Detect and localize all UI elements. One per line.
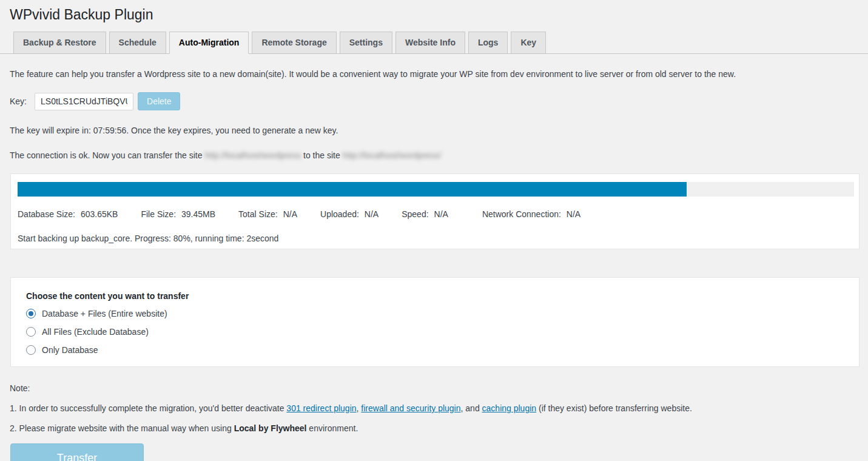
stat-network-connection: Network Connection:N/A <box>482 209 580 220</box>
connection-status-text: The connection is ok. Now you can transf… <box>10 150 860 161</box>
key-expire-text: The key will expire in: 07:59:56. Once t… <box>10 125 860 136</box>
feature-description: The feature can help you transfer a Word… <box>10 69 860 80</box>
key-input[interactable] <box>35 93 133 110</box>
delete-key-button[interactable]: Delete <box>138 92 180 110</box>
link-301-redirect-plugin[interactable]: 301 redirect plugin <box>286 403 356 413</box>
option-label: Database + Files (Entire website) <box>42 309 167 318</box>
key-label: Key: <box>10 96 27 106</box>
note-item-2: 2. Please migrate website with the manua… <box>10 423 860 434</box>
auto-migration-page: WPvivid Backup Plugin Backup & RestoreSc… <box>0 0 868 461</box>
transfer-content-panel: Choose the content you want to transfer … <box>10 277 860 367</box>
connection-text-mid: to the site <box>301 150 342 160</box>
option-label: Only Database <box>42 345 98 355</box>
radio-database-plus-files[interactable] <box>26 309 36 318</box>
progress-panel: Database Size:603.65KB File Size:39.45MB… <box>10 173 860 249</box>
tab-backup-restore[interactable]: Backup & Restore <box>13 32 106 53</box>
key-row: Key: Delete <box>10 92 860 110</box>
tab-website-info[interactable]: Website Info <box>395 32 465 53</box>
tab-auto-migration[interactable]: Auto-Migration <box>169 32 249 54</box>
progress-fill <box>18 182 687 197</box>
link-caching-plugin[interactable]: caching plugin <box>482 403 537 413</box>
option-database-plus-files[interactable]: Database + Files (Entire website) <box>26 308 859 319</box>
tab-logs[interactable]: Logs <box>468 32 508 53</box>
option-only-database[interactable]: Only Database <box>26 345 859 355</box>
tab-remote-storage[interactable]: Remote Storage <box>252 32 336 53</box>
progress-bar-track <box>18 182 854 197</box>
stat-total-size: Total Size:N/A <box>238 209 297 220</box>
tab-settings[interactable]: Settings <box>340 32 392 53</box>
transfer-button[interactable]: Transfer <box>10 443 144 461</box>
local-by-flywheel-label: Local by Flywheel <box>234 423 307 433</box>
radio-all-files[interactable] <box>26 327 36 337</box>
page-title: WPvivid Backup Plugin <box>10 5 860 24</box>
stat-database-size: Database Size:603.65KB <box>18 209 118 220</box>
note-item-1: 1. In order to successfully complete the… <box>10 403 860 414</box>
link-firewall-security-plugin[interactable]: firewall and security plugin <box>361 403 460 413</box>
stat-file-size: File Size:39.45MB <box>141 209 215 220</box>
transfer-content-heading: Choose the content you want to transfer <box>26 291 859 301</box>
tab-bar: Backup & RestoreScheduleAuto-MigrationRe… <box>0 32 868 54</box>
stat-speed: Speed:N/A <box>402 209 448 220</box>
note-title: Note: <box>10 383 860 394</box>
tab-schedule[interactable]: Schedule <box>109 32 166 53</box>
source-site-url-blurred: http://localhost/wordpress <box>204 150 301 160</box>
transfer-stats-row: Database Size:603.65KB File Size:39.45MB… <box>18 209 853 220</box>
option-all-files[interactable]: All Files (Exclude Database) <box>26 326 859 337</box>
connection-text-pre: The connection is ok. Now you can transf… <box>10 150 204 160</box>
stat-uploaded: Uploaded:N/A <box>320 209 378 220</box>
option-label: All Files (Exclude Database) <box>42 327 149 337</box>
radio-only-database[interactable] <box>26 345 36 355</box>
destination-site-url-blurred: http://localhost/wordpress/ <box>343 150 442 160</box>
backup-status-text: Start backing up backup_core. Progress: … <box>18 233 853 244</box>
tab-key[interactable]: Key <box>511 32 546 53</box>
